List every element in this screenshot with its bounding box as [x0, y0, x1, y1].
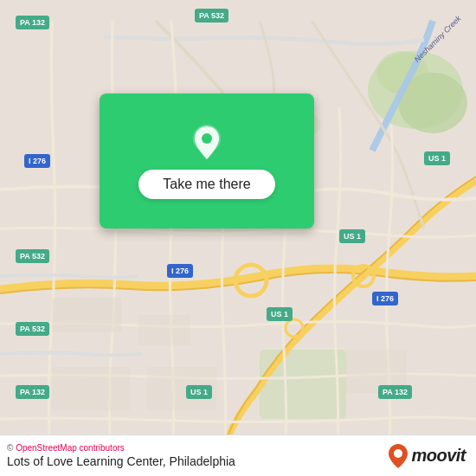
bottom-bar: © OpenStreetMap contributors Lots of Lov…	[0, 434, 476, 476]
shield-pa132-top: PA 132	[16, 16, 49, 29]
action-card: Take me there	[100, 93, 314, 228]
moovit-pin-icon	[389, 444, 408, 468]
moovit-text: moovit	[411, 446, 466, 466]
shield-i276-mid: I 276	[167, 264, 193, 278]
location-pin-icon	[188, 123, 226, 161]
osm-credit: © OpenStreetMap contributors	[7, 443, 235, 453]
shield-us1-mid: US 1	[339, 229, 365, 243]
shield-us1-bottom: US 1	[186, 385, 212, 399]
shield-i276-left: I 276	[24, 154, 50, 168]
shield-pa532-top: PA 532	[195, 9, 228, 23]
map-container: PA 132 PA 532 US 1 I 276 PA 532 I 276 US…	[0, 0, 476, 476]
shield-pa132-bottom-right: PA 132	[378, 385, 412, 399]
svg-rect-9	[52, 298, 121, 332]
svg-rect-12	[52, 367, 130, 410]
svg-point-15	[202, 133, 212, 144]
shield-i276-lower: I 276	[372, 292, 398, 306]
copyright-symbol: ©	[7, 443, 13, 453]
bottom-left: © OpenStreetMap contributors Lots of Lov…	[7, 443, 235, 468]
shield-pa532-mid: PA 532	[16, 249, 49, 263]
map-background	[0, 0, 476, 476]
osm-link[interactable]: OpenStreetMap contributors	[16, 443, 125, 453]
shield-pa132-bottom: PA 132	[16, 385, 49, 399]
shield-us1-lower-mid: US 1	[267, 307, 293, 321]
place-label: Lots of Love Learning Center, Philadelph…	[7, 454, 235, 468]
svg-rect-10	[138, 315, 190, 345]
svg-rect-4	[260, 350, 346, 419]
svg-point-16	[394, 449, 402, 458]
take-me-there-button[interactable]: Take me there	[138, 170, 274, 199]
shield-us1-right: US 1	[424, 151, 450, 165]
moovit-logo: moovit	[389, 444, 466, 468]
shield-pa532-lower: PA 532	[16, 322, 49, 336]
